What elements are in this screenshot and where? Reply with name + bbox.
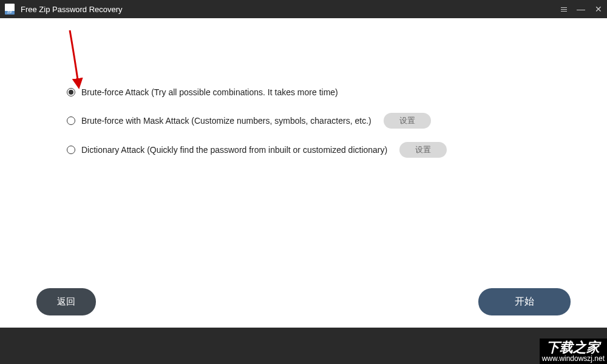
radio-dictionary-attack[interactable]	[67, 146, 75, 154]
close-icon[interactable]: ✕	[595, 4, 602, 14]
option-label: Brute-force Attack (Try all possible com…	[81, 87, 338, 97]
minimize-icon[interactable]: —	[577, 4, 585, 14]
window-controls: — ✕	[561, 4, 602, 14]
main-content: Brute-force Attack (Try all possible com…	[0, 18, 607, 328]
app-title: Free Zip Password Recovery	[21, 5, 561, 14]
footer-bar	[0, 328, 607, 364]
option-brute-force[interactable]: Brute-force Attack (Try all possible com…	[67, 85, 540, 99]
watermark-text: 下载之家	[542, 341, 605, 354]
watermark-url: www.windowszj.net	[542, 354, 605, 363]
title-bar: Free Zip Password Recovery — ✕	[0, 0, 607, 18]
start-button[interactable]: 开始	[478, 288, 571, 315]
option-label: Dictionary Attack (Quickly find the pass…	[81, 145, 387, 155]
mask-settings-button[interactable]: 设置	[384, 113, 431, 129]
radio-mask-attack[interactable]	[67, 116, 75, 125]
option-label: Brute-force with Mask Attack (Customize …	[81, 116, 371, 126]
radio-brute-force[interactable]	[67, 88, 75, 96]
back-button[interactable]: 返回	[36, 288, 96, 315]
menu-icon[interactable]	[561, 7, 567, 12]
option-mask-attack[interactable]: Brute-force with Mask Attack (Customize …	[67, 113, 540, 129]
nav-buttons: 返回 开始	[0, 288, 607, 315]
watermark: 下载之家 www.windowszj.net	[540, 339, 607, 364]
app-icon	[5, 4, 15, 15]
option-dictionary-attack[interactable]: Dictionary Attack (Quickly find the pass…	[67, 142, 540, 158]
dictionary-settings-button[interactable]: 设置	[399, 142, 447, 158]
